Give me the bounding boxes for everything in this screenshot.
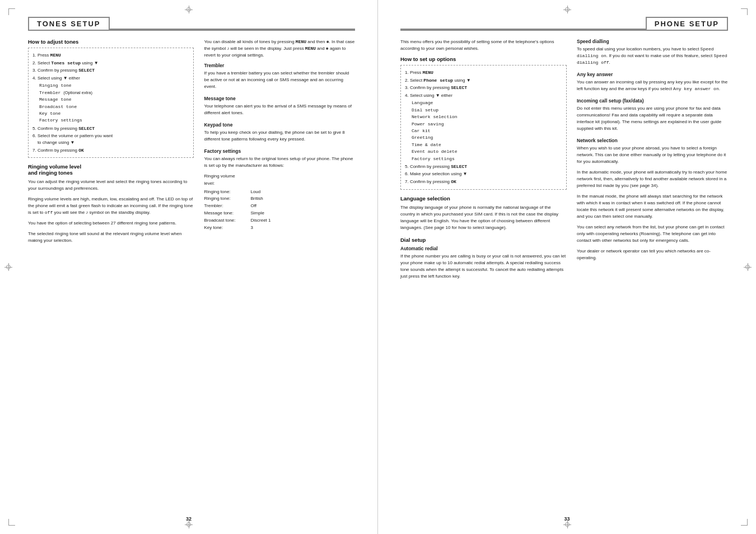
auto-redial-text: If the phone number you are calling is b… xyxy=(400,253,567,280)
any-key-heading: Any key answer xyxy=(577,72,728,77)
network-para2: In the automatic mode, your phone will a… xyxy=(577,169,728,189)
adjust-tones-heading: How to adjust tones xyxy=(28,39,194,45)
step-2: 2. Select Tones setup using ▼ xyxy=(32,60,189,67)
left-header: TONES SETUP xyxy=(28,17,355,31)
right-page-right-col: Speed dialling To speed dial using your … xyxy=(577,39,728,285)
crosshair-top xyxy=(185,6,193,13)
incoming-call-section: Incoming call setup (fax/data) Do not en… xyxy=(577,98,728,132)
table-row-3: Trembler: Off xyxy=(204,203,355,210)
language-text: The display language of your phone is no… xyxy=(400,204,567,231)
step2-code: Tones setup xyxy=(51,60,81,65)
language-section: Language selection The display language … xyxy=(400,195,567,231)
step5-code: SELECT xyxy=(78,126,95,131)
network-section: Network selection When you wish to use y… xyxy=(577,138,728,261)
crop-mark-tl xyxy=(8,8,15,15)
step7-code: OK xyxy=(78,148,84,153)
crosshair-left-mid xyxy=(4,263,12,271)
keypad-tone-section: Keypad tone To help you keep check on yo… xyxy=(204,122,355,143)
network-heading: Network selection xyxy=(577,138,728,143)
adjust-tones-section: How to adjust tones 1. Press MENU 2. Sel… xyxy=(28,39,194,158)
r-step-4: 4. Select using ▼ either xyxy=(405,92,562,99)
trembler-heading: Trembler xyxy=(204,63,355,68)
keypad-tone-heading: Keypad tone xyxy=(204,122,355,128)
crop-mark-tr xyxy=(741,8,748,15)
r-step-3: 3. Confirm by pressing SELECT xyxy=(405,85,562,91)
right-intro: This menu offers you the possibility of … xyxy=(400,39,567,52)
dial-setup-heading: Dial setup xyxy=(400,237,567,243)
ringing-para2: Ringing volume levels are high, medium, … xyxy=(28,196,194,216)
speed-dial-text: To speed dial using your location number… xyxy=(577,46,728,66)
ringing-volume-heading: Ringing volume leveland ringing tones xyxy=(28,163,194,176)
table-row-1: Ringing tone: Loud xyxy=(204,189,355,196)
incoming-call-text: Do not enter this menu unless you are us… xyxy=(577,105,728,132)
trembler-section: Trembler If you have a trembler battery … xyxy=(204,63,355,90)
table-row-4: Message tone: Simple xyxy=(204,210,355,217)
r-step-5: 5. Confirm by pressing SELECT xyxy=(405,163,562,170)
factory-table: Ringing volumelevel: Ringing tone: Loud … xyxy=(204,173,355,231)
page-container: TONES SETUP How to adjust tones 1. Press… xyxy=(0,0,756,534)
disable-tones-text: You can disable all kinds of tones by pr… xyxy=(204,39,355,59)
table-heading: Ringing volumelevel: xyxy=(204,173,355,188)
any-key-section: Any key answer You can answer an incomin… xyxy=(577,72,728,92)
crosshair-right-mid xyxy=(744,263,752,271)
crosshair-bottom-left xyxy=(185,521,193,528)
network-para5: Your dealer or network operator can tell… xyxy=(577,248,728,261)
r-step-7: 7. Confirm by pressing OK xyxy=(405,179,562,185)
ringing-para4: The selected ringing tone will sound at … xyxy=(28,231,194,244)
tones-options: Ringing tone Trembler (Optional extra) M… xyxy=(32,82,189,124)
step3-code: SELECT xyxy=(78,68,95,73)
left-col: How to adjust tones 1. Press MENU 2. Sel… xyxy=(28,39,194,250)
step-1: 1. Press MENU xyxy=(32,52,189,59)
network-para1: When you wish to use your phone abroad, … xyxy=(577,145,728,165)
step1-code: MENU xyxy=(50,53,61,58)
setup-options-section: How to set up options 1. Press MENU 2. S… xyxy=(400,56,567,190)
right-col: You can disable all kinds of tones by pr… xyxy=(204,39,355,250)
left-page: TONES SETUP How to adjust tones 1. Press… xyxy=(0,0,378,534)
ringing-para3: You have the option of selecting between… xyxy=(28,220,194,227)
dial-setup-section: Dial setup Automatic redial If the phone… xyxy=(400,237,567,280)
language-heading: Language selection xyxy=(400,195,567,202)
trembler-text: If you have a trembler battery you can s… xyxy=(204,70,355,90)
crop-mark-bl xyxy=(8,519,15,526)
factory-settings-section: Factory settings You can always return t… xyxy=(204,148,355,231)
ringing-para1: You can adjust the ringing volume level … xyxy=(28,179,194,192)
r-step-1: 1. Press MENU xyxy=(405,69,562,76)
crop-mark-br xyxy=(741,519,748,526)
speed-dial-heading: Speed dialling xyxy=(577,39,728,44)
r-step-2: 2. Select Phone setup using ▼ xyxy=(405,77,562,84)
right-page-title: PHONE SETUP xyxy=(646,17,728,30)
any-key-text: You can answer an incoming call by press… xyxy=(577,79,728,92)
keypad-tone-text: To help you keep check on your dialling,… xyxy=(204,129,355,143)
step-6: 6. Select the volume or pattern you want… xyxy=(32,133,189,146)
right-page-columns: This menu offers you the possibility of … xyxy=(400,39,728,285)
crosshair-top-right xyxy=(563,6,571,13)
network-para4: You can select any network from the list… xyxy=(577,224,728,244)
speed-dialling-section: Speed dialling To speed dial using your … xyxy=(577,39,728,66)
right-header: PHONE SETUP xyxy=(400,17,728,31)
factory-text: You can always return to the original to… xyxy=(204,156,355,169)
step-4: 4. Select using ▼ either xyxy=(32,75,189,82)
ringing-volume-section: Ringing volume leveland ringing tones Yo… xyxy=(28,163,194,244)
setup-options-box: 1. Press MENU 2. Select Phone setup usin… xyxy=(400,65,567,190)
left-page-title: TONES SETUP xyxy=(28,17,110,30)
adjust-tones-box: 1. Press MENU 2. Select Tones setup usin… xyxy=(28,48,194,158)
auto-redial-heading: Automatic redial xyxy=(400,246,567,251)
setup-options-heading: How to set up options xyxy=(400,56,567,62)
table-row-2: Ringing tone: British xyxy=(204,195,355,203)
phone-options: Language Dial setup Network selection Po… xyxy=(405,100,562,162)
message-tone-heading: Message tone xyxy=(204,96,355,101)
table-row-5: Broadcast tone: Discreet 1 xyxy=(204,217,355,224)
crosshair-bottom-right xyxy=(563,521,571,528)
right-page: PHONE SETUP This menu offers you the pos… xyxy=(378,0,756,534)
network-para3: In the manual mode, the phone will alway… xyxy=(577,193,728,220)
step-3: 3. Confirm by pressing SELECT xyxy=(32,67,189,74)
step-5: 5. Confirm by pressing SELECT xyxy=(32,125,189,132)
factory-heading: Factory settings xyxy=(204,148,355,154)
incoming-call-heading: Incoming call setup (fax/data) xyxy=(577,98,728,104)
message-tone-section: Message tone Your telephone can alert yo… xyxy=(204,96,355,116)
left-page-columns: How to adjust tones 1. Press MENU 2. Sel… xyxy=(28,39,355,250)
r-step-6: 6. Make your selection using ▼ xyxy=(405,171,562,177)
message-tone-text: Your telephone can alert you to the arri… xyxy=(204,103,355,116)
step-7: 7. Confirm by pressing OK xyxy=(32,147,189,154)
table-row-6: Key tone: 3 xyxy=(204,224,355,232)
